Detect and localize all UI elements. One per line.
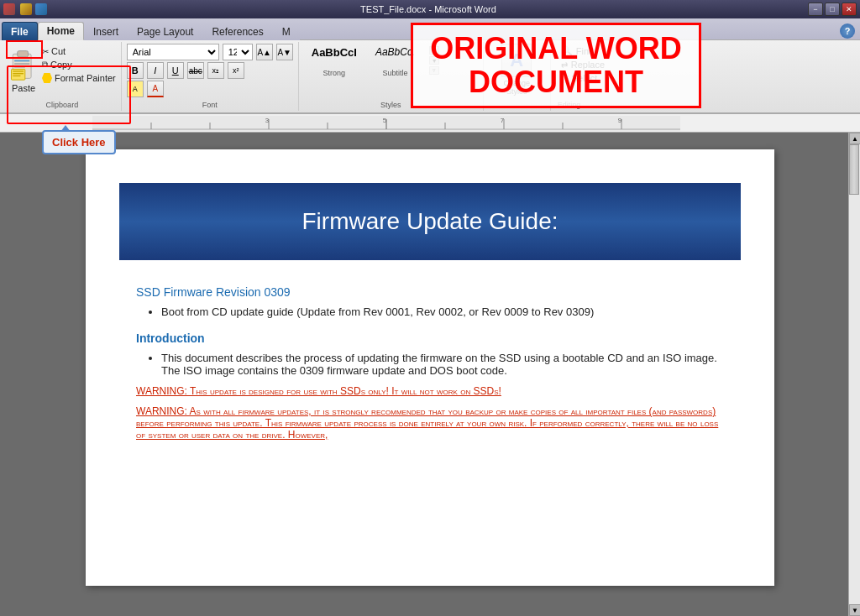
subscript-button[interactable]: x₂ bbox=[207, 62, 224, 79]
warning-text-2: WARNING: As with all firmware updates, i… bbox=[136, 405, 724, 441]
section2-bullets: This document describes the process of u… bbox=[161, 352, 724, 377]
subtitle-style-button[interactable]: AaBbCc. bbox=[368, 44, 422, 69]
help-button[interactable]: ? bbox=[840, 23, 855, 39]
minimize-button[interactable]: − bbox=[808, 3, 823, 16]
font-size-select[interactable]: 12 bbox=[223, 44, 253, 60]
select-button[interactable]: ⬚ Select bbox=[558, 71, 608, 85]
tab-references[interactable]: References bbox=[202, 22, 272, 40]
scroll-down-button[interactable]: ▼ bbox=[849, 604, 860, 616]
styles-scroll: ▲ ▼ ▿ bbox=[429, 46, 439, 75]
svg-rect-3 bbox=[14, 63, 29, 65]
ribbon-content: Paste ✂ Cut ⧉ Copy Format Painter Clipbo… bbox=[0, 40, 860, 114]
svg-rect-2 bbox=[14, 60, 29, 62]
subtitle-style: AaBbCc. Subtitle bbox=[368, 44, 422, 77]
strong-label: Strong bbox=[323, 69, 346, 77]
ribbon-tab-bar: File Home Insert Page Layout References … bbox=[0, 18, 860, 40]
svg-text:3: 3 bbox=[265, 117, 270, 124]
right-scrollbar: ▲ ▼ bbox=[848, 133, 860, 616]
font-row-3: A A bbox=[127, 81, 293, 97]
document-area: Firmware Update Guide: SSD Firmware Revi… bbox=[0, 133, 860, 616]
styles-row: AaBbCcI Strong AaBbCc. Subtitle ▲ ▼ ▿ bbox=[304, 44, 478, 77]
format-painter-annotation bbox=[7, 65, 131, 124]
find-button[interactable]: 🔍 Find bbox=[558, 44, 608, 58]
change-styles-icon: A bbox=[501, 44, 532, 77]
click-here-bubble[interactable]: Click Here bbox=[42, 130, 116, 154]
font-group: Arial 12 A▲ A▼ B I U abc x₂ x² A A Font bbox=[122, 42, 299, 111]
font-grow-button[interactable]: A▲ bbox=[256, 44, 273, 60]
replace-button[interactable]: ⇄ Replace bbox=[558, 58, 608, 71]
title-bar-text: TEST_File.docx - Microsoft Word bbox=[49, 4, 808, 14]
tab-extra[interactable]: M bbox=[273, 22, 300, 40]
scroll-thumb[interactable] bbox=[849, 144, 859, 195]
styles-group: AaBbCcI Strong AaBbCc. Subtitle ▲ ▼ ▿ St… bbox=[299, 42, 484, 111]
editing-group: 🔍 Find ⇄ Replace ⬚ Select Editing bbox=[551, 42, 615, 111]
document-title-block: Firmware Update Guide: bbox=[119, 183, 741, 260]
change-styles-group: A ChangeStyles bbox=[484, 42, 551, 111]
underline-button[interactable]: U bbox=[167, 62, 184, 79]
title-bar: TEST_File.docx - Microsoft Word − □ ✕ bbox=[0, 0, 860, 18]
subtitle-label: Subtitle bbox=[383, 69, 408, 77]
left-margin bbox=[0, 133, 12, 616]
ruler-svg: 3 5 7 9 bbox=[92, 116, 680, 131]
font-shrink-button[interactable]: A▼ bbox=[276, 44, 293, 60]
superscript-button[interactable]: x² bbox=[228, 62, 244, 79]
font-group-label: Font bbox=[122, 101, 298, 109]
font-color-button[interactable]: A bbox=[147, 81, 164, 97]
warning-text-1: WARNING: This update is designed for use… bbox=[136, 385, 724, 397]
section1-bullet-1: Boot from CD update guide (Update from R… bbox=[161, 305, 724, 318]
document-scroll-area[interactable]: Firmware Update Guide: SSD Firmware Revi… bbox=[12, 133, 848, 616]
tab-insert[interactable]: Insert bbox=[84, 22, 128, 40]
tab-page-layout[interactable]: Page Layout bbox=[128, 22, 202, 40]
strong-style: AaBbCcI Strong bbox=[304, 44, 364, 77]
svg-text:5: 5 bbox=[383, 117, 387, 124]
scroll-up-button[interactable]: ▲ bbox=[849, 133, 860, 144]
document-title: Firmware Update Guide: bbox=[302, 208, 558, 234]
tab-home[interactable]: Home bbox=[38, 22, 84, 40]
cut-button[interactable]: ✂ Cut bbox=[40, 45, 118, 57]
change-styles-label: ChangeStyles bbox=[503, 79, 530, 96]
change-styles-button[interactable]: A ChangeStyles bbox=[501, 44, 532, 96]
font-row-2: B I U abc x₂ x² bbox=[127, 62, 293, 79]
document-page: Firmware Update Guide: SSD Firmware Revi… bbox=[86, 149, 774, 586]
replace-icon: ⇄ bbox=[561, 60, 568, 70]
maximize-button[interactable]: □ bbox=[825, 3, 840, 16]
select-icon: ⬚ bbox=[561, 74, 569, 83]
find-icon: 🔍 bbox=[561, 45, 573, 56]
italic-button[interactable]: I bbox=[147, 62, 164, 79]
strong-style-button[interactable]: AaBbCcI bbox=[304, 44, 364, 69]
svg-text:7: 7 bbox=[501, 117, 505, 124]
styles-group-label: Styles bbox=[304, 97, 478, 109]
svg-text:9: 9 bbox=[618, 117, 622, 124]
close-button[interactable]: ✕ bbox=[842, 3, 857, 16]
styles-up-arrow[interactable]: ▲ bbox=[429, 46, 439, 55]
font-row-1: Arial 12 A▲ A▼ bbox=[127, 44, 293, 60]
section1-title: SSD Firmware Revision 0309 bbox=[136, 285, 724, 299]
strikethrough-button[interactable]: abc bbox=[187, 62, 204, 79]
section2-title: Introduction bbox=[136, 331, 724, 345]
tab-file[interactable]: File bbox=[2, 22, 38, 40]
scroll-track[interactable] bbox=[849, 144, 860, 604]
styles-down-arrow[interactable]: ▼ bbox=[429, 56, 439, 65]
font-name-select[interactable]: Arial bbox=[127, 44, 219, 60]
cut-icon: ✂ bbox=[42, 47, 49, 56]
svg-rect-1 bbox=[18, 51, 29, 57]
editing-group-label: Editing bbox=[558, 101, 608, 109]
styles-expand-arrow[interactable]: ▿ bbox=[429, 66, 439, 75]
section1-bullets: Boot from CD update guide (Update from R… bbox=[161, 305, 724, 318]
section2-bullet-1: This document describes the process of u… bbox=[161, 352, 724, 377]
styles-arrow: ▲ ▼ ▿ bbox=[429, 46, 439, 75]
